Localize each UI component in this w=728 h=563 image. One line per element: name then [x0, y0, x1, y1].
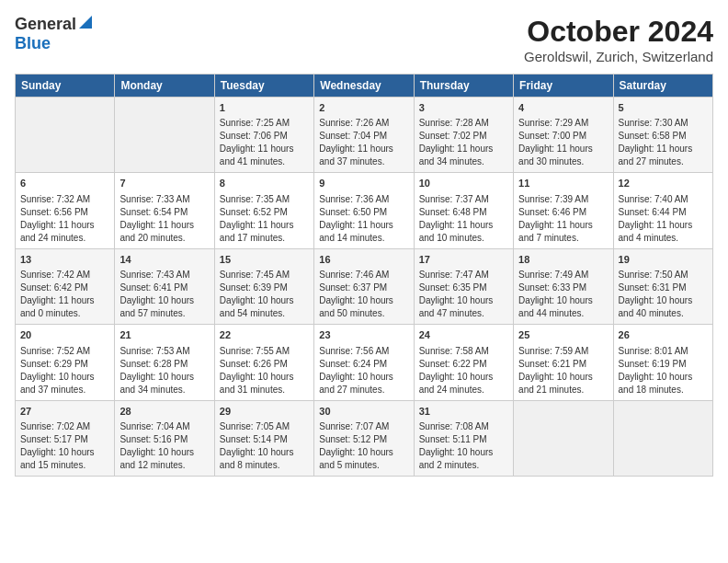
daylight-text: Daylight: 11 hours and 34 minutes. — [419, 143, 508, 168]
sunrise-text: Sunrise: 7:30 AM — [619, 117, 708, 130]
day-number: 12 — [619, 177, 708, 190]
table-row — [115, 98, 214, 173]
day-number: 31 — [419, 405, 508, 419]
table-row: 21Sunrise: 7:53 AMSunset: 6:28 PMDayligh… — [115, 325, 214, 400]
day-number: 6 — [20, 177, 109, 190]
sunrise-text: Sunrise: 7:49 AM — [518, 269, 608, 282]
day-number: 11 — [518, 177, 608, 190]
table-row: 27Sunrise: 7:02 AMSunset: 5:17 PMDayligh… — [16, 400, 115, 476]
table-row: 25Sunrise: 7:59 AMSunset: 6:21 PMDayligh… — [514, 325, 613, 400]
sunrise-text: Sunrise: 7:59 AM — [518, 345, 608, 358]
table-row: 9Sunrise: 7:36 AMSunset: 6:50 PMDaylight… — [314, 173, 414, 248]
title-block: October 2024 Geroldswil, Zurich, Switzer… — [524, 15, 713, 64]
table-row — [514, 400, 613, 476]
day-number: 23 — [319, 328, 408, 342]
daylight-text: Daylight: 10 hours and 24 minutes. — [419, 371, 508, 396]
table-row: 16Sunrise: 7:46 AMSunset: 6:37 PMDayligh… — [314, 248, 414, 324]
sunset-text: Sunset: 6:21 PM — [518, 358, 608, 371]
day-number: 25 — [518, 328, 608, 342]
day-number: 2 — [319, 101, 408, 115]
table-row: 2Sunrise: 7:26 AMSunset: 7:04 PMDaylight… — [314, 98, 414, 173]
daylight-text: Daylight: 10 hours and 15 minutes. — [20, 446, 109, 472]
sunset-text: Sunset: 6:50 PM — [319, 206, 408, 219]
sunset-text: Sunset: 6:44 PM — [619, 206, 708, 219]
table-row: 29Sunrise: 7:05 AMSunset: 5:14 PMDayligh… — [214, 400, 313, 476]
day-number: 16 — [319, 253, 408, 267]
sunset-text: Sunset: 6:46 PM — [518, 206, 608, 219]
sunset-text: Sunset: 7:02 PM — [419, 130, 508, 143]
sunrise-text: Sunrise: 7:33 AM — [119, 193, 209, 206]
sunset-text: Sunset: 5:14 PM — [220, 433, 309, 446]
sunset-text: Sunset: 6:56 PM — [20, 206, 109, 219]
col-monday: Monday — [115, 75, 214, 98]
calendar-week-row: 6Sunrise: 7:32 AMSunset: 6:56 PMDaylight… — [16, 173, 713, 248]
sunset-text: Sunset: 6:52 PM — [220, 206, 309, 219]
sunrise-text: Sunrise: 7:50 AM — [619, 269, 708, 282]
table-row — [16, 98, 115, 173]
table-row: 18Sunrise: 7:49 AMSunset: 6:33 PMDayligh… — [514, 248, 613, 324]
sunrise-text: Sunrise: 7:08 AM — [419, 420, 508, 433]
sunrise-text: Sunrise: 7:53 AM — [119, 345, 209, 358]
daylight-text: Daylight: 11 hours and 24 minutes. — [20, 219, 109, 245]
sunrise-text: Sunrise: 7:55 AM — [220, 345, 309, 358]
sunrise-text: Sunrise: 7:26 AM — [319, 117, 408, 130]
sunset-text: Sunset: 6:31 PM — [619, 282, 708, 294]
table-row: 14Sunrise: 7:43 AMSunset: 6:41 PMDayligh… — [115, 248, 214, 324]
sunrise-text: Sunrise: 7:58 AM — [419, 345, 508, 358]
sunset-text: Sunset: 6:28 PM — [119, 358, 209, 371]
table-row: 12Sunrise: 7:40 AMSunset: 6:44 PMDayligh… — [613, 173, 712, 248]
sunset-text: Sunset: 6:22 PM — [419, 358, 508, 371]
daylight-text: Daylight: 11 hours and 37 minutes. — [319, 143, 408, 168]
calendar-week-row: 13Sunrise: 7:42 AMSunset: 6:42 PMDayligh… — [16, 248, 713, 324]
table-row: 6Sunrise: 7:32 AMSunset: 6:56 PMDaylight… — [16, 173, 115, 248]
sunset-text: Sunset: 5:17 PM — [20, 433, 109, 446]
daylight-text: Daylight: 10 hours and 12 minutes. — [119, 446, 209, 472]
calendar-location: Geroldswil, Zurich, Switzerland — [524, 49, 713, 64]
daylight-text: Daylight: 11 hours and 7 minutes. — [518, 219, 608, 245]
table-row: 4Sunrise: 7:29 AMSunset: 7:00 PMDaylight… — [514, 98, 613, 173]
calendar-title: October 2024 — [524, 15, 713, 49]
table-row: 20Sunrise: 7:52 AMSunset: 6:29 PMDayligh… — [16, 325, 115, 400]
daylight-text: Daylight: 10 hours and 31 minutes. — [220, 371, 309, 396]
day-number: 18 — [518, 253, 608, 267]
col-saturday: Saturday — [613, 75, 712, 98]
sunrise-text: Sunrise: 7:45 AM — [220, 269, 309, 282]
sunrise-text: Sunrise: 7:35 AM — [220, 193, 309, 206]
day-number: 1 — [220, 101, 309, 115]
table-row — [613, 400, 712, 476]
sunset-text: Sunset: 6:35 PM — [419, 282, 508, 294]
daylight-text: Daylight: 10 hours and 5 minutes. — [319, 446, 408, 472]
table-row: 10Sunrise: 7:37 AMSunset: 6:48 PMDayligh… — [414, 173, 513, 248]
daylight-text: Daylight: 11 hours and 14 minutes. — [319, 219, 408, 245]
sunset-text: Sunset: 6:33 PM — [518, 282, 608, 294]
sunrise-text: Sunrise: 8:01 AM — [619, 345, 708, 358]
day-number: 19 — [619, 253, 708, 267]
table-row: 19Sunrise: 7:50 AMSunset: 6:31 PMDayligh… — [613, 248, 712, 324]
daylight-text: Daylight: 11 hours and 17 minutes. — [220, 219, 309, 245]
sunrise-text: Sunrise: 7:56 AM — [319, 345, 408, 358]
day-number: 26 — [619, 328, 708, 342]
day-number: 15 — [220, 253, 309, 267]
day-number: 21 — [119, 328, 209, 342]
svg-marker-0 — [79, 16, 92, 29]
sunset-text: Sunset: 6:19 PM — [619, 358, 708, 371]
sunset-text: Sunset: 6:39 PM — [220, 282, 309, 294]
day-number: 14 — [119, 253, 209, 267]
sunrise-text: Sunrise: 7:04 AM — [119, 420, 209, 433]
sunset-text: Sunset: 6:58 PM — [619, 130, 708, 143]
table-row: 5Sunrise: 7:30 AMSunset: 6:58 PMDaylight… — [613, 98, 712, 173]
sunrise-text: Sunrise: 7:42 AM — [20, 269, 109, 282]
daylight-text: Daylight: 10 hours and 57 minutes. — [119, 294, 209, 320]
sunset-text: Sunset: 6:26 PM — [220, 358, 309, 371]
sunrise-text: Sunrise: 7:02 AM — [20, 420, 109, 433]
daylight-text: Daylight: 10 hours and 8 minutes. — [220, 446, 309, 472]
daylight-text: Daylight: 11 hours and 20 minutes. — [119, 219, 209, 245]
daylight-text: Daylight: 10 hours and 40 minutes. — [619, 294, 708, 320]
sunset-text: Sunset: 5:12 PM — [319, 433, 408, 446]
day-number: 29 — [220, 405, 309, 419]
sunrise-text: Sunrise: 7:28 AM — [419, 117, 508, 130]
day-number: 30 — [319, 405, 408, 419]
sunset-text: Sunset: 6:41 PM — [119, 282, 209, 294]
table-row: 8Sunrise: 7:35 AMSunset: 6:52 PMDaylight… — [214, 173, 313, 248]
sunset-text: Sunset: 7:04 PM — [319, 130, 408, 143]
